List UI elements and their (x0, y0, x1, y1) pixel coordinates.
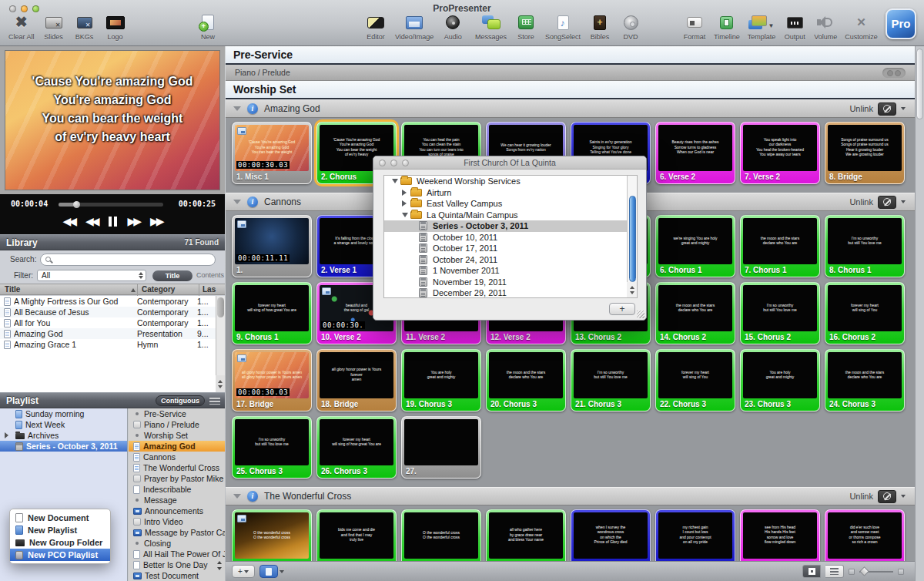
disclosure-open-icon[interactable] (392, 179, 398, 183)
slider-knob[interactable] (859, 566, 869, 576)
tree-row[interactable]: 1 November 2011 (384, 265, 637, 277)
fast-forward-button[interactable]: ▶▶ (128, 213, 140, 230)
skip-forward-button[interactable]: ▶▶ (150, 213, 162, 230)
toolbar-button-audio[interactable]: Audio (441, 13, 464, 41)
toolbar-button-output[interactable]: Output (783, 13, 806, 41)
main-scroll-thumb[interactable] (916, 49, 923, 119)
menu-item-new-playlist[interactable]: New Playlist (10, 524, 110, 536)
playlist-item[interactable]: Announcements (129, 505, 225, 516)
slide-thumbnail[interactable]: forever my heartwill sing of how great Y… (316, 416, 397, 479)
tree-row[interactable]: Weekend Worship Services (384, 176, 637, 187)
dialog-minimize-button[interactable] (390, 160, 397, 166)
tree-row[interactable]: Series - October 3, 2011 (384, 220, 637, 232)
hot-folder-button[interactable] (878, 490, 896, 503)
add-slide-button[interactable]: + (232, 565, 255, 578)
slide-thumbnail[interactable]: all glory honor power is Yours amenall g… (232, 349, 312, 411)
playlist-item[interactable]: Indescribable (129, 484, 225, 495)
slide-thumbnail[interactable]: forever my heartwill sing of You16. Chor… (825, 282, 905, 344)
dialog-add-button[interactable]: + (609, 303, 635, 315)
library-scroll-arrows[interactable] (216, 375, 225, 392)
dialog-zoom-button[interactable] (402, 160, 409, 166)
toolbar-button-messages[interactable]: Messages (475, 13, 507, 41)
toolbar-button-store[interactable]: Store (514, 13, 537, 41)
playlist-item[interactable]: Piano / Prelude (129, 419, 225, 430)
menu-item-new-pco-playlist[interactable]: New PCO Playlist (10, 549, 110, 561)
playlist-item[interactable]: Message (129, 495, 225, 505)
scope-title-button[interactable]: Title (152, 270, 192, 281)
toolbar-button-clear-all[interactable]: ✖Clear All (8, 13, 35, 41)
dialog-scroll-arrows[interactable] (627, 282, 637, 297)
disclosure-open-icon[interactable] (233, 200, 241, 204)
tree-row[interactable]: October 10, 2011 (384, 232, 637, 243)
slide-thumbnail[interactable]: 00:00:11.111. (232, 215, 312, 277)
toolbar-button-customize[interactable]: ✕Customize (845, 13, 878, 41)
toolbar-button-timeline[interactable]: Timeline (714, 13, 740, 41)
column-title[interactable]: Title (5, 285, 20, 294)
main-scrollbar[interactable] (915, 46, 924, 581)
filter-select[interactable]: All (37, 270, 146, 281)
unlink-label[interactable]: Unlink (849, 197, 873, 207)
dialog-close-button[interactable] (379, 160, 386, 166)
disclosure-closed-icon[interactable] (402, 190, 407, 196)
slide-thumbnail[interactable]: 27. (401, 416, 481, 479)
slide-thumbnail[interactable]: the moon and the starsdeclare who You ar… (486, 349, 566, 411)
slide-thumbnail[interactable]: the moon and the starsdeclare who You ar… (825, 349, 905, 411)
slide-thumbnail[interactable]: we're singing You are holygreat and migh… (655, 215, 735, 277)
menu-item-new-group-folder[interactable]: New Group Folder (10, 536, 110, 549)
slide-thumbnail[interactable]: 'Cause You're amazing GodYou're amazing … (232, 122, 312, 184)
library-row[interactable]: All Because of JesusContemporary1... (0, 307, 216, 317)
seek-knob[interactable] (73, 201, 80, 208)
stepper-icon[interactable] (137, 271, 144, 280)
toolbar-button-bibles[interactable]: Bibles (588, 13, 611, 41)
toolbar-button-slides[interactable]: Slides (42, 13, 65, 41)
tree-row[interactable]: November 19, 2011 (384, 277, 637, 288)
slide-thumbnail[interactable]: all glory honor power is Yours foreveram… (316, 349, 397, 411)
hot-folder-button[interactable] (878, 196, 896, 209)
column-category[interactable]: Category (142, 285, 175, 294)
info-icon[interactable]: i (247, 196, 258, 207)
dialog-scroll-thumb[interactable] (629, 196, 636, 282)
toolbar-button-bkgs[interactable]: BKGs (73, 13, 96, 41)
library-row[interactable]: A Mighty Fortress is Our GodContemporary… (0, 296, 216, 307)
disclosure-open-icon[interactable] (402, 213, 408, 217)
slide-thumbnail[interactable]: the moon and the starsdeclare who You ar… (655, 282, 735, 344)
slide-thumbnail[interactable]: I'm so unworthybut still You love me8. C… (825, 215, 905, 277)
skip-back-button[interactable]: ◀◀ (62, 213, 75, 230)
library-table-header[interactable]: Title Category Las (0, 284, 225, 295)
chevron-down-icon[interactable]: ▼ (768, 22, 774, 29)
seek-bar[interactable] (59, 203, 163, 207)
playlist-item-piano-prelude[interactable]: Piano / Prelude (226, 65, 915, 81)
playlist-entry[interactable]: Series - October 3, 2011 (0, 441, 127, 452)
playlist-entry[interactable]: Archives (0, 430, 127, 441)
search-input[interactable] (40, 254, 216, 266)
slide-thumbnail[interactable]: You are holygreat and mighty23. Chorus 3 (740, 349, 820, 411)
toolbar-button-format[interactable]: Format (683, 13, 706, 41)
hot-folder-button[interactable] (878, 102, 896, 116)
chevron-down-icon[interactable] (901, 200, 906, 203)
library-row[interactable]: Amazing GodPresentation9... (0, 328, 216, 339)
toolbar-button-template[interactable]: ▼Template (748, 13, 776, 41)
toolbar-button-volume[interactable]: Volume (814, 13, 837, 41)
slide-thumbnail[interactable]: I'm so unworthybut still You love me25. … (232, 416, 312, 479)
playlist-menu-icon[interactable] (209, 398, 220, 405)
playlist-item[interactable]: Intro Video (129, 516, 225, 527)
slide-thumbnail[interactable]: Beauty rises from the ashesSorrow turns … (655, 122, 735, 184)
playlist-item[interactable]: All Hail The Power Of Jes... (129, 549, 225, 559)
playlist-item[interactable]: Cannons (129, 452, 225, 462)
slide-thumbnail[interactable]: I'm so unworthybut still You love me15. … (740, 282, 820, 344)
scope-contents-button[interactable]: Contents (196, 271, 224, 279)
tree-row[interactable]: East Valley Campus (384, 198, 637, 210)
playlist-item[interactable]: Amazing God (129, 441, 225, 452)
disclosure-open-icon[interactable] (233, 494, 241, 499)
unlink-label[interactable]: Unlink (849, 492, 873, 501)
info-icon[interactable]: i (247, 491, 258, 502)
list-view-button[interactable] (825, 565, 844, 578)
playlist-entry[interactable]: Sunday morning (0, 408, 127, 419)
slide-thumbnail[interactable]: You speak light intoour darknessYou heal… (740, 122, 820, 184)
slide-thumbnail[interactable]: forever my heartwill sing of You22. Chor… (655, 349, 735, 411)
grid-view-button[interactable] (802, 565, 821, 578)
library-row[interactable]: All for YouContemporary1... (0, 317, 216, 328)
chevron-down-icon[interactable] (280, 570, 284, 573)
tree-row[interactable]: Airturn (384, 187, 637, 199)
playlist-entry[interactable]: Next Week (0, 419, 127, 430)
